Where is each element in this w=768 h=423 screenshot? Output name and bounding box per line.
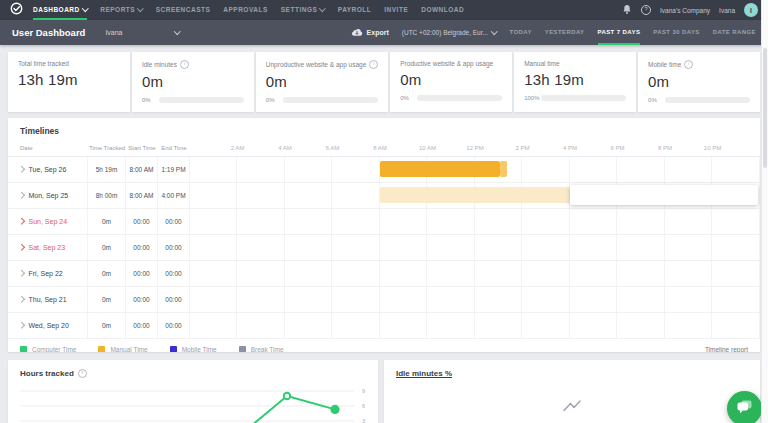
timeline-row[interactable]: Sun, Sep 24 0m 00:00 00:00: [8, 209, 760, 235]
timeline-track: [190, 157, 760, 182]
stat-value: 0m: [266, 73, 378, 90]
info-icon[interactable]: [684, 60, 693, 69]
help-icon[interactable]: [641, 5, 651, 15]
stat-card: Mobile time 0m 0%: [638, 52, 760, 112]
hours-tracked-title: Hours tracked: [20, 369, 74, 378]
stat-progress: 0%: [266, 97, 378, 103]
row-date-cell: Thu, Sep 21: [8, 287, 88, 312]
svg-text:9: 9: [362, 388, 365, 394]
scrollbar-track[interactable]: [761, 0, 768, 423]
row-time-tracked: 5h 19m: [88, 157, 126, 182]
legend-item: Manual Time: [98, 346, 147, 352]
stat-label-row: Total time tracked: [18, 60, 120, 67]
nav-item[interactable]: DASHBOARD: [33, 0, 87, 20]
timezone-dropdown[interactable]: (UTC +02:00) Belgrade, Eur...: [402, 20, 497, 45]
stat-card: Total time tracked 13h 19m: [8, 52, 130, 112]
user-filter-dropdown[interactable]: Ivana: [105, 20, 179, 45]
nav-item[interactable]: SETTINGS: [281, 0, 325, 20]
hours-tracked-card: Hours tracked 369: [8, 360, 378, 423]
row-chevron-icon[interactable]: [18, 218, 24, 224]
time-axis-tick: 12 PM: [466, 145, 483, 151]
date-range-tab[interactable]: TODAY: [509, 20, 531, 45]
scrollbar-thumb[interactable]: [763, 48, 767, 168]
timeline-row[interactable]: Fri, Sep 22 0m 00:00 00:00: [8, 261, 760, 287]
nav-item-label: SETTINGS: [281, 6, 318, 13]
stat-label-row: Manual time: [524, 60, 626, 67]
top-nav: DASHBOARD REPORTS SCREENCASTS APPROVALS …: [0, 0, 768, 20]
time-axis-tick: 4 AM: [278, 145, 292, 151]
row-date-label: Sun, Sep 24: [29, 218, 68, 225]
avatar[interactable]: I: [744, 3, 758, 17]
stat-card: Manual time 13h 19m 100%: [514, 52, 636, 112]
stat-progress: 0%: [400, 95, 502, 101]
row-date-cell: Mon, Sep 25: [8, 183, 88, 208]
stat-progress-track: [417, 95, 502, 101]
row-start-time: 8:00 AM: [126, 157, 158, 182]
row-chevron-icon[interactable]: [18, 166, 24, 172]
row-start-time: 00:00: [126, 287, 158, 312]
date-range-tab[interactable]: DATE RANGE: [713, 20, 756, 45]
bottom-charts-row: Hours tracked 369 Idle minutes %: [8, 360, 760, 423]
time-axis-tick: 2 PM: [515, 145, 529, 151]
user-name[interactable]: Ivana: [719, 7, 735, 14]
stat-label-row: Productive website & app usage: [400, 60, 502, 67]
row-time-tracked: 0m: [88, 313, 126, 338]
export-button[interactable]: Export: [351, 20, 389, 45]
row-date-label: Sat, Sep 23: [29, 244, 66, 251]
nav-item-label: DASHBOARD: [33, 6, 80, 13]
info-icon[interactable]: [369, 60, 378, 69]
nav-item[interactable]: PAYROLL: [338, 0, 371, 20]
row-date-cell: Wed, Sep 20: [8, 313, 88, 338]
stat-label: Manual time: [524, 60, 559, 67]
time-axis-tick: 8 AM: [373, 145, 387, 151]
row-chevron-icon[interactable]: [18, 322, 24, 328]
app-logo[interactable]: [10, 0, 23, 20]
legend-item: Computer Time: [20, 346, 76, 352]
nav-item-label: DOWNLOAD: [421, 6, 464, 13]
info-icon[interactable]: [180, 60, 189, 69]
time-axis-tick: 4 PM: [563, 145, 577, 151]
timeline-row[interactable]: Wed, Sep 20 0m 00:00 00:00: [8, 313, 760, 339]
timeline-row[interactable]: Mon, Sep 25 8h 00m 8:00 AM 4:00 PM: [8, 183, 760, 209]
stat-card: Idle minutes 0m 0%: [132, 52, 254, 112]
nav-item-label: PAYROLL: [338, 6, 371, 13]
nav-item[interactable]: SCREENCASTS: [156, 0, 211, 20]
chat-widget-button[interactable]: [727, 391, 762, 423]
nav-item[interactable]: APPROVALS: [223, 0, 267, 20]
row-time-tracked: 0m: [88, 209, 126, 234]
sub-header: User Dashboard Ivana Export (UTC +02:00)…: [0, 20, 768, 45]
row-start-time: 8:00 AM: [126, 183, 158, 208]
nav-item[interactable]: INVITE: [384, 0, 408, 20]
row-end-time: 00:00: [158, 261, 190, 286]
bell-icon[interactable]: [622, 4, 632, 16]
date-range-tab[interactable]: PAST 30 DAYS: [653, 20, 699, 45]
company-name[interactable]: Ivana's Company: [660, 7, 710, 14]
stat-percent: 0%: [266, 97, 283, 103]
row-start-time: 00:00: [126, 209, 158, 234]
timeline-row[interactable]: Thu, Sep 21 0m 00:00 00:00: [8, 287, 760, 313]
date-range-tab[interactable]: PAST 7 DAYS: [598, 20, 641, 45]
date-range-tab[interactable]: YESTERDAY: [545, 20, 585, 45]
row-chevron-icon[interactable]: [18, 270, 24, 276]
timeline-row[interactable]: Sat, Sep 23 0m 00:00 00:00: [8, 235, 760, 261]
user-filter-value: Ivana: [105, 29, 122, 36]
stat-label-row: Idle minutes: [142, 60, 244, 69]
row-chevron-icon[interactable]: [18, 244, 24, 250]
info-icon[interactable]: [78, 369, 87, 378]
stat-value: 13h 19m: [18, 71, 120, 88]
timelines-card: Timelines Date Time Tracked Start Time E…: [8, 118, 760, 352]
stat-progress-track: [665, 97, 750, 103]
row-chevron-icon[interactable]: [18, 192, 24, 198]
row-chevron-icon[interactable]: [18, 296, 24, 302]
time-axis-tick: 2 AM: [231, 145, 245, 151]
column-header-start-time: Start Time: [126, 145, 158, 151]
timeline-row[interactable]: Tue, Sep 26 5h 19m 8:00 AM 1:19 PM: [8, 157, 760, 183]
timeline-bar: [380, 161, 500, 177]
nav-item[interactable]: DOWNLOAD: [421, 0, 464, 20]
nav-item[interactable]: REPORTS: [100, 0, 142, 20]
timeline-report-link[interactable]: Timeline report: [705, 346, 748, 352]
stat-value: 13h 19m: [524, 71, 626, 88]
row-start-time: 00:00: [126, 261, 158, 286]
stat-label: Total time tracked: [18, 60, 69, 67]
legend-label: Mobile Time: [182, 346, 217, 352]
